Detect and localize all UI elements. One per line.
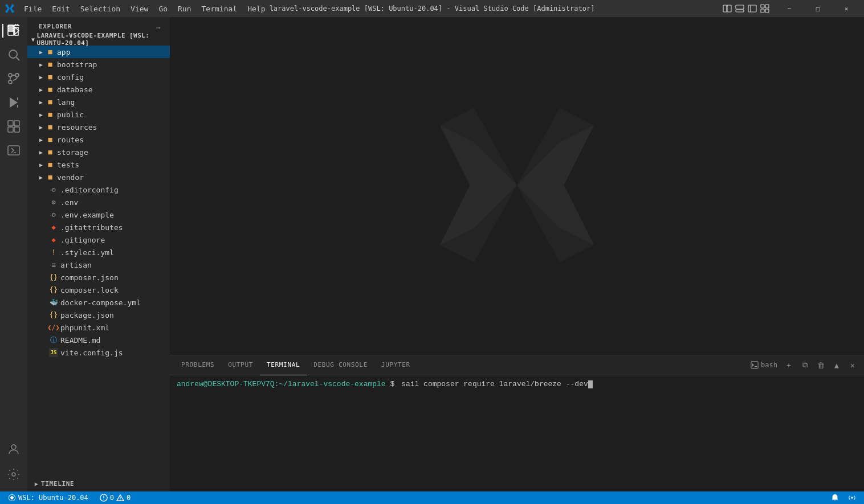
search-activity-icon[interactable] — [2, 43, 25, 66]
settings-activity-icon[interactable] — [2, 463, 25, 486]
gear-file-icon: ⚙ — [49, 210, 58, 219]
root-folder-label: LARAVEL-VSCODE-EXAMPLE [WSL: UBUNTU-20.0… — [37, 33, 170, 47]
folder-lang[interactable]: ▶ ■ lang — [27, 96, 170, 108]
file-readme[interactable]: ⓘ README.md — [27, 334, 170, 346]
new-terminal-button[interactable]: + — [782, 358, 796, 372]
layout-full-icon[interactable] — [748, 4, 757, 13]
file-composer-lock[interactable]: {} composer.lock — [27, 284, 170, 296]
main-content: Explorer … ▼ LARAVEL-VSCODE-EXAMPLE [WSL… — [0, 17, 864, 491]
file-composer-json[interactable]: {} composer.json — [27, 271, 170, 284]
extensions-activity-icon[interactable] — [2, 115, 25, 138]
timeline-arrow-icon: ▶ — [32, 479, 41, 488]
file-gitattributes-label: .gitattributes — [60, 223, 123, 232]
notifications-status-item[interactable] — [828, 491, 842, 504]
panel-tab-actions: bash + ⧉ 🗑 ▲ ✕ — [751, 358, 859, 372]
folder-public[interactable]: ▶ ■ public — [27, 108, 170, 121]
file-phpunit-xml[interactable]: ❮/❯ phpunit.xml — [27, 321, 170, 334]
wsl-label: WSL: Ubuntu-20.04 — [18, 494, 88, 502]
folder-vendor[interactable]: ▶ ■ vendor — [27, 171, 170, 183]
layout-sidebar-icon[interactable] — [723, 4, 732, 13]
folder-config-arrow: ▶ — [36, 72, 46, 81]
wsl-status-item[interactable]: WSL: Ubuntu-20.04 — [5, 491, 92, 504]
file-tree: ▼ LARAVEL-VSCODE-EXAMPLE [WSL: UBUNTU-20… — [27, 33, 170, 476]
file-editorconfig[interactable]: ⚙ .editorconfig — [27, 183, 170, 196]
file-env-example-label: .env.example — [60, 211, 114, 219]
close-button[interactable]: ✕ — [833, 0, 859, 17]
source-control-activity-icon[interactable] — [2, 67, 25, 90]
timeline-section[interactable]: ▶ TIMELINE — [27, 476, 170, 491]
file-vite-config-label: vite.config.js — [60, 349, 123, 357]
file-gitignore-label: .gitignore — [60, 236, 105, 244]
activity-bar — [0, 17, 27, 491]
layout-grid-icon[interactable] — [760, 4, 769, 13]
folder-bootstrap-label: bootstrap — [57, 60, 97, 69]
error-count: 0 — [110, 494, 114, 502]
svg-rect-19 — [8, 127, 13, 132]
folder-storage[interactable]: ▶ ■ storage — [27, 146, 170, 158]
file-docker-compose[interactable]: 🐳 docker-compose.yml — [27, 296, 170, 309]
file-vite-config[interactable]: JS vite.config.js — [27, 346, 170, 359]
file-editorconfig-label: .editorconfig — [60, 186, 119, 194]
tab-debug-console[interactable]: DEBUG CONSOLE — [307, 355, 374, 375]
broadcast-status-item[interactable] — [845, 491, 859, 504]
menu-edit[interactable]: Edit — [47, 3, 74, 14]
warning-status-icon — [116, 494, 124, 502]
more-options-icon[interactable]: … — [154, 22, 163, 31]
tab-output[interactable]: OUTPUT — [221, 355, 260, 375]
menu-terminal[interactable]: Terminal — [197, 3, 242, 14]
split-terminal-button[interactable]: ⧉ — [798, 358, 812, 372]
svg-marker-16 — [10, 97, 18, 108]
folder-resources-arrow: ▶ — [36, 122, 46, 132]
file-gitignore[interactable]: ◆ .gitignore — [27, 233, 170, 246]
menu-run[interactable]: Run — [173, 3, 195, 14]
vscode-watermark — [431, 100, 602, 272]
folder-config-label: config — [57, 73, 84, 81]
remote-explorer-activity-icon[interactable] — [2, 139, 25, 162]
no-arrow — [40, 198, 49, 207]
folder-tests[interactable]: ▶ ■ tests — [27, 158, 170, 171]
file-gitattributes[interactable]: ◆ .gitattributes — [27, 221, 170, 233]
menu-go[interactable]: Go — [154, 3, 172, 14]
file-env[interactable]: ⚙ .env — [27, 196, 170, 208]
menu-file[interactable]: File — [19, 3, 46, 14]
folder-database[interactable]: ▶ ■ database — [27, 83, 170, 96]
terminal-shell-icon — [751, 361, 759, 369]
menu-help[interactable]: Help — [243, 3, 270, 14]
folder-app[interactable]: ▶ ■ app — [27, 46, 170, 58]
layout-icons — [723, 4, 769, 13]
folder-routes[interactable]: ▶ ■ routes — [27, 133, 170, 146]
menu-view[interactable]: View — [126, 3, 153, 14]
git-file-icon: ◆ — [49, 235, 58, 244]
terminal-content[interactable]: andrew@DESKTOP-TKEPV7Q:~/laravel-vscode-… — [170, 375, 864, 491]
errors-warnings-item[interactable]: 0 0 — [96, 491, 134, 504]
maximize-panel-button[interactable]: ▲ — [830, 358, 843, 372]
folder-resources[interactable]: ▶ ■ resources — [27, 121, 170, 133]
maximize-button[interactable]: □ — [805, 0, 831, 17]
file-styleci[interactable]: ! .styleci.yml — [27, 246, 170, 259]
layout-panel-icon[interactable] — [735, 4, 744, 13]
file-artisan[interactable]: ≡ artisan — [27, 259, 170, 271]
tab-problems[interactable]: PROBLEMS — [174, 355, 221, 375]
menu-selection[interactable]: Selection — [76, 3, 125, 14]
no-arrow — [40, 348, 49, 357]
folder-icon: ■ — [46, 60, 55, 69]
no-arrow — [40, 273, 49, 282]
accounts-activity-icon[interactable] — [2, 438, 25, 461]
svg-rect-18 — [14, 121, 19, 126]
file-package-json[interactable]: {} package.json — [27, 309, 170, 321]
kill-terminal-button[interactable]: 🗑 — [814, 358, 828, 372]
no-arrow — [40, 298, 49, 307]
tab-terminal[interactable]: TERMINAL — [260, 355, 307, 375]
folder-config[interactable]: ▶ ■ config — [27, 71, 170, 83]
root-folder-item[interactable]: ▼ LARAVEL-VSCODE-EXAMPLE [WSL: UBUNTU-20… — [27, 33, 170, 46]
tab-jupyter[interactable]: JUPYTER — [374, 355, 417, 375]
editor-main[interactable] — [170, 17, 864, 355]
svg-line-12 — [17, 58, 20, 61]
minimize-button[interactable]: − — [776, 0, 802, 17]
folder-bootstrap[interactable]: ▶ ■ bootstrap — [27, 58, 170, 71]
file-env-example[interactable]: ⚙ .env.example — [27, 208, 170, 221]
run-debug-activity-icon[interactable] — [2, 91, 25, 114]
close-panel-button[interactable]: ✕ — [846, 358, 859, 372]
json-file-icon: {} — [49, 310, 58, 319]
explorer-activity-icon[interactable] — [2, 19, 25, 42]
